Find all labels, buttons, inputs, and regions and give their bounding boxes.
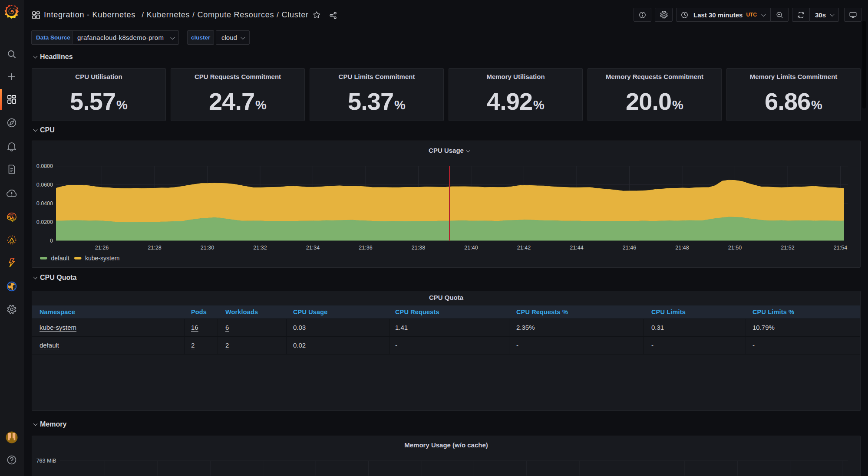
svg-text:763 MiB: 763 MiB xyxy=(36,458,56,464)
